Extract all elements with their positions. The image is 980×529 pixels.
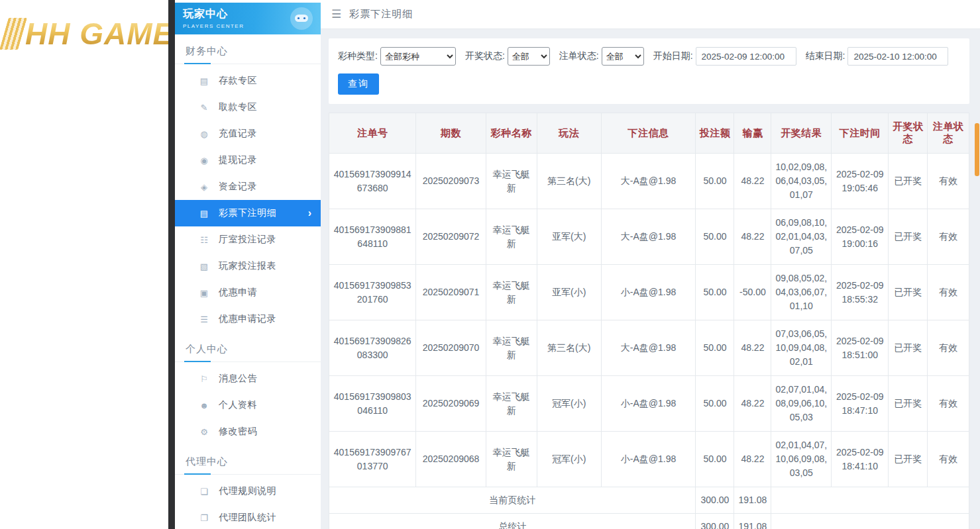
bet-details-table-card: 注单号 期数 彩种名称 玩法 下注信息 投注额 输赢 开奖结果 下注时间 开奖状… bbox=[329, 113, 969, 529]
sidebar-item-label: 提现记录 bbox=[219, 154, 257, 166]
table-row: 401569173909881648110 20250209072 幸运飞艇新 … bbox=[329, 209, 969, 265]
cell-order-status: 有效 bbox=[928, 432, 969, 487]
cell-period: 20250209068 bbox=[416, 432, 486, 487]
cell-lottery-name: 幸运飞艇新 bbox=[486, 376, 537, 432]
cell-draw-status: 已开奖 bbox=[889, 432, 928, 487]
total-summary-label: 总统计 bbox=[329, 514, 696, 529]
cell-bet-time: 2025-02-09 18:55:32 bbox=[832, 265, 889, 320]
deposit-card-icon: ▤ bbox=[199, 76, 209, 86]
cell-draw-result: 09,08,05,02,04,03,06,07,01,10 bbox=[771, 265, 832, 320]
cell-bet-amount: 50.00 bbox=[696, 320, 734, 376]
document-icon: ❏ bbox=[199, 487, 209, 497]
sidebar-item-agent-rules[interactable]: ❏ 代理规则说明 bbox=[175, 478, 321, 505]
col-header-order-status: 注单状态 bbox=[928, 113, 969, 154]
sidebar-item-label: 消息公告 bbox=[219, 373, 257, 385]
sidebar-item-recharge-records[interactable]: ◍ 充值记录 bbox=[175, 120, 321, 147]
scrollbar-thumb[interactable] bbox=[975, 123, 979, 176]
sidebar-item-label: 优惠申请记录 bbox=[219, 313, 276, 325]
droplet-icon: ◍ bbox=[199, 129, 209, 139]
lottery-type-filter: 彩种类型: 全部彩种 bbox=[338, 47, 456, 66]
brand-logo-text: HH GAME bbox=[25, 16, 168, 52]
order-status-select[interactable]: 全部 bbox=[602, 47, 644, 66]
sidebar-item-hall-bet-records[interactable]: ☷ 厅室投注记录 bbox=[175, 226, 321, 253]
cell-bet-amount: 50.00 bbox=[696, 376, 734, 432]
cell-lottery-name: 幸运飞艇新 bbox=[486, 209, 537, 265]
card-icon: ▣ bbox=[199, 288, 209, 298]
end-date-filter: 结束日期: bbox=[806, 47, 949, 66]
cell-bet-time: 2025-02-09 18:41:10 bbox=[832, 432, 889, 487]
sidebar-section-finance: 财务中心 bbox=[175, 34, 321, 64]
total-summary-bet-total: 300.00 bbox=[696, 514, 734, 529]
table-row: 401569173909914673680 20250209073 幸运飞艇新 … bbox=[329, 154, 969, 209]
cell-win-loss: 48.22 bbox=[734, 320, 771, 376]
sidebar-item-player-bet-report[interactable]: ▧ 玩家投注报表 bbox=[175, 253, 321, 279]
cell-bet-amount: 50.00 bbox=[696, 154, 734, 209]
col-header-play-type: 玩法 bbox=[537, 113, 601, 154]
sidebar-item-lottery-bet-details[interactable]: ▤ 彩票下注明细 › bbox=[175, 200, 321, 226]
cell-win-loss: 48.22 bbox=[734, 376, 771, 432]
table-header-row: 注单号 期数 彩种名称 玩法 下注信息 投注额 输赢 开奖结果 下注时间 开奖状… bbox=[329, 113, 969, 154]
start-date-input[interactable] bbox=[696, 47, 796, 66]
end-date-input[interactable] bbox=[847, 47, 948, 66]
cell-draw-result: 07,03,06,05,10,09,04,08,02,01 bbox=[771, 320, 832, 376]
total-summary-win-total: 191.08 bbox=[734, 514, 771, 529]
page-summary-win-total: 191.08 bbox=[734, 487, 771, 514]
draw-status-filter: 开奖状态: 全部 bbox=[465, 47, 550, 66]
sidebar-item-label: 代理团队统计 bbox=[219, 512, 276, 524]
cell-order-status: 有效 bbox=[928, 209, 969, 265]
sidebar-item-profile[interactable]: ☻ 个人资料 bbox=[175, 392, 321, 418]
col-header-bet-info: 下注信息 bbox=[601, 113, 696, 154]
cell-period: 20250209071 bbox=[416, 265, 486, 320]
pen-icon: ✎ bbox=[199, 103, 209, 113]
cell-win-loss: 48.22 bbox=[734, 432, 771, 487]
total-summary-empty bbox=[771, 514, 969, 529]
moneybag-icon: ◈ bbox=[199, 182, 209, 192]
table-header: 注单号 期数 彩种名称 玩法 下注信息 投注额 输赢 开奖结果 下注时间 开奖状… bbox=[329, 113, 969, 154]
cell-bet-amount: 50.00 bbox=[696, 265, 734, 320]
sidebar-item-deposit-zone[interactable]: ▤ 存款专区 bbox=[175, 68, 321, 94]
menu-toggle-icon[interactable]: ☰ bbox=[331, 7, 341, 21]
logo-stripes-decoration bbox=[0, 18, 27, 50]
coin-icon: ◉ bbox=[199, 156, 209, 166]
cell-order-status: 有效 bbox=[928, 265, 969, 320]
sidebar-item-promo-apply-records[interactable]: ☰ 优惠申请记录 bbox=[175, 306, 321, 332]
list-icon: ▤ bbox=[199, 209, 209, 218]
sidebar-item-label: 厅室投注记录 bbox=[219, 234, 276, 246]
list-icon: ☰ bbox=[199, 314, 209, 324]
search-button[interactable]: 查询 bbox=[338, 73, 379, 95]
col-header-order-id: 注单号 bbox=[329, 113, 416, 154]
page-summary-label: 当前页统计 bbox=[329, 487, 696, 514]
sidebar-item-withdraw-zone[interactable]: ✎ 取款专区 bbox=[175, 94, 321, 120]
cell-draw-status: 已开奖 bbox=[889, 154, 928, 209]
sidebar-item-label: 优惠申请 bbox=[219, 287, 257, 299]
sidebar-item-announcements[interactable]: ⚐ 消息公告 bbox=[175, 365, 321, 392]
cell-bet-amount: 50.00 bbox=[696, 432, 734, 487]
cell-win-loss: -50.00 bbox=[734, 265, 771, 320]
brand-logo: HH GAME bbox=[0, 0, 168, 52]
sidebar-item-label: 彩票下注明细 bbox=[219, 207, 276, 219]
sidebar-item-agent-team-stats[interactable]: ❐ 代理团队统计 bbox=[175, 505, 321, 529]
col-header-win-loss: 输赢 bbox=[734, 113, 771, 154]
cell-play-type: 第三名(大) bbox=[537, 320, 601, 376]
cell-period: 20250209069 bbox=[416, 376, 486, 432]
cell-lottery-name: 幸运飞艇新 bbox=[486, 154, 537, 209]
sidebar-item-withdraw-records[interactable]: ◉ 提现记录 bbox=[175, 147, 321, 173]
draw-status-select[interactable]: 全部 bbox=[508, 47, 550, 66]
cell-period: 20250209070 bbox=[416, 320, 486, 376]
sidebar-item-label: 个人资料 bbox=[219, 399, 257, 411]
logo-pane: HH GAME bbox=[0, 0, 168, 529]
cell-bet-info: 大-A盘@1.98 bbox=[601, 320, 696, 376]
list-icon: ☷ bbox=[199, 235, 209, 245]
sidebar-item-promo-apply[interactable]: ▣ 优惠申请 bbox=[175, 279, 321, 306]
sidebar-item-label: 修改密码 bbox=[219, 426, 257, 438]
cell-draw-result: 06,09,08,10,02,01,04,03,07,05 bbox=[771, 209, 832, 265]
cell-draw-result: 10,02,09,08,06,04,03,05,01,07 bbox=[771, 154, 832, 209]
sidebar-item-label: 存款专区 bbox=[219, 75, 257, 87]
sidebar-item-funds-records[interactable]: ◈ 资金记录 bbox=[175, 173, 321, 200]
gear-icon: ⚙ bbox=[199, 427, 209, 437]
page-title: 彩票下注明细 bbox=[349, 8, 413, 21]
cell-bet-info: 小-A盘@1.98 bbox=[601, 432, 696, 487]
sidebar-item-change-password[interactable]: ⚙ 修改密码 bbox=[175, 418, 321, 445]
sidebar-item-label: 取款专区 bbox=[219, 101, 257, 113]
lottery-type-select[interactable]: 全部彩种 bbox=[380, 47, 456, 66]
